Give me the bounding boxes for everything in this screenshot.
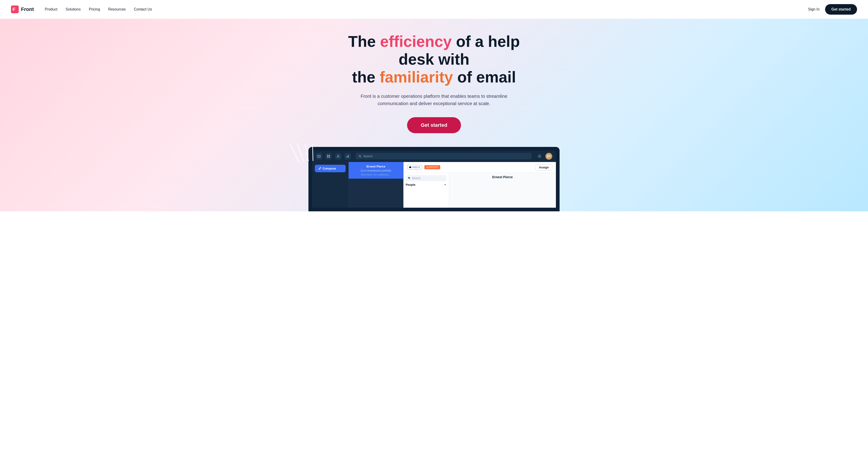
settings-icon-box[interactable] [536, 153, 543, 160]
hero-highlight-familiarity: familiarity [380, 68, 453, 86]
email-list-preview: Hey there, I'm a platinum... [351, 173, 400, 176]
gear-icon [537, 154, 541, 158]
get-started-nav-button[interactable]: Get started [825, 4, 857, 15]
svg-line-3 [297, 143, 304, 162]
hero-title-part3: the [352, 68, 380, 86]
svg-text:F: F [12, 7, 15, 12]
logo[interactable]: F Front [11, 5, 34, 13]
svg-line-16 [361, 157, 361, 158]
nav-link-product[interactable]: Product [45, 7, 57, 11]
svg-line-21 [410, 178, 410, 179]
hero-title: The efficiency of a help desk with the f… [331, 32, 537, 86]
svg-line-2 [290, 145, 299, 163]
app-topbar: Search EP [312, 150, 556, 162]
inbox-icon-box[interactable] [316, 153, 322, 160]
right-search-icon [408, 177, 410, 179]
email-list-subject: Q on investment portfolio [351, 169, 400, 172]
svg-point-17 [539, 156, 540, 157]
right-panel: Search People Ernest Pierc [403, 173, 556, 208]
app-email-list: Ernest Pierce Q on investment portfolio … [349, 162, 403, 208]
email-list-item[interactable]: Ernest Pierce Q on investment portfolio … [349, 162, 403, 179]
support-tag-badge: SUPPORT [425, 165, 440, 169]
grid-icon-box[interactable] [325, 153, 332, 160]
search-icon [359, 155, 362, 158]
app-topbar-right: EP [536, 153, 552, 160]
inbox-tag-badge: INBOX [407, 165, 422, 170]
app-preview-wrapper: Search EP [308, 147, 560, 212]
email-detail-sender: Ernest Pierce [451, 175, 554, 179]
hero-cta-button[interactable]: Get started [407, 117, 461, 133]
svg-rect-19 [409, 167, 411, 168]
person-icon [337, 155, 340, 158]
chart-icon-box[interactable] [344, 153, 351, 160]
hero-title-part1: The [348, 33, 380, 50]
app-search-text: Search [363, 154, 373, 158]
people-label-text: People [406, 183, 415, 187]
email-list-sender: Ernest Pierce [351, 165, 400, 168]
front-logo-icon: F [11, 5, 19, 13]
svg-rect-9 [327, 157, 328, 158]
assign-button[interactable]: Assign [536, 164, 552, 170]
compose-label: Compose [322, 167, 336, 170]
svg-point-20 [408, 177, 410, 179]
app-search-bar[interactable]: Search [355, 153, 532, 160]
app-email-detail: INBOX SUPPORT Assign [403, 162, 556, 208]
hero-title-part4: of email [453, 68, 516, 86]
svg-rect-10 [329, 157, 330, 158]
nav-links: Product Solutions Pricing Resources Cont… [45, 7, 808, 11]
svg-rect-7 [327, 155, 328, 156]
inbox-tag-label: INBOX [412, 166, 420, 169]
navigation: F Front Product Solutions Pricing Resour… [0, 0, 868, 19]
svg-line-4 [305, 143, 308, 161]
inbox-icon [317, 155, 320, 158]
nav-link-pricing[interactable]: Pricing [89, 7, 100, 11]
app-sidebar: Compose [312, 162, 349, 208]
hero-subtitle: Front is a customer operations platform … [352, 92, 516, 107]
right-search-bar[interactable]: Search [406, 175, 446, 181]
right-search-text: Search [412, 177, 421, 180]
email-detail-header: INBOX SUPPORT Assign [403, 162, 556, 173]
sign-in-button[interactable]: Sign In [808, 7, 819, 11]
nav-link-solutions[interactable]: Solutions [65, 7, 81, 11]
hero-highlight-efficiency: efficiency [380, 33, 452, 50]
compose-button[interactable]: Compose [315, 165, 346, 172]
app-inner: Search EP [312, 150, 556, 208]
svg-rect-8 [329, 155, 330, 156]
app-content: Compose Ernest Pierce Q on investment po… [312, 162, 556, 208]
logo-text: Front [21, 6, 34, 12]
right-search-panel: Search People [403, 173, 449, 208]
people-section-label: People [406, 181, 446, 187]
svg-point-15 [359, 155, 361, 157]
chevron-up-icon [444, 183, 446, 186]
person-icon-box[interactable] [335, 153, 341, 160]
app-preview: Search EP [308, 147, 560, 212]
inbox-tag-icon [409, 166, 411, 168]
nav-link-contact[interactable]: Contact Us [134, 7, 152, 11]
nav-link-resources[interactable]: Resources [108, 7, 126, 11]
svg-rect-12 [346, 157, 347, 158]
svg-rect-14 [348, 155, 349, 158]
user-avatar[interactable]: EP [546, 153, 552, 160]
app-topbar-icons [316, 153, 351, 160]
grid-icon [327, 155, 330, 158]
chart-icon [346, 155, 349, 158]
svg-rect-13 [347, 156, 348, 158]
svg-point-11 [338, 155, 339, 156]
nav-right: Sign In Get started [808, 4, 857, 15]
email-detail-body: Ernest Pierce [449, 173, 556, 208]
hero-section: The efficiency of a help desk with the f… [0, 19, 868, 212]
edit-icon [318, 167, 321, 170]
